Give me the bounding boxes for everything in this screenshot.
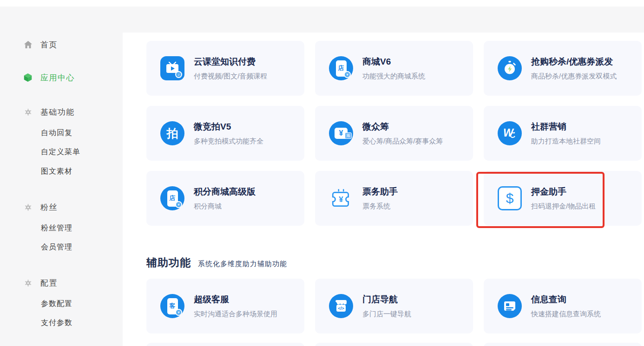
- app-card-title: 积分商城高级版: [194, 186, 256, 198]
- cube-icon: [23, 73, 33, 82]
- shop-phone-icon: 店 ¥: [329, 56, 353, 80]
- app-card-title: 票务助手: [362, 186, 398, 198]
- ticket-icon: ¥: [329, 186, 353, 210]
- sidebar-item-media-material[interactable]: 图文素材: [41, 166, 72, 176]
- sidebar-item-label: 首页: [40, 39, 58, 50]
- app-card-deposit-assistant[interactable]: $ 押金助手 扫码退押金/物品出租: [484, 171, 642, 226]
- section-header: 辅助功能 系统化多维度助力辅助功能: [146, 255, 644, 269]
- coin-badge: ¥: [344, 71, 351, 78]
- sidebar-item-label: 自定义菜单: [41, 147, 80, 157]
- card-row-3: 店 ¥ 积分商城高级版 积分商城 ¥ 票务助手: [146, 171, 644, 226]
- sidebar-item-label: 图文素材: [41, 167, 72, 176]
- sidebar-item-param-config[interactable]: 参数配置: [41, 299, 72, 309]
- app-card-title: 押金助手: [531, 186, 596, 198]
- app-card-subtitle: 助力打造本地社群空间: [531, 137, 601, 146]
- sidebar-item-label: 配置: [40, 278, 58, 288]
- app-card-subtitle: 商品秒杀/优惠券派发双模式: [531, 72, 617, 81]
- app-card-title: 门店导航: [362, 294, 411, 306]
- card-row-2: 拍 微竞拍V5 多种竞拍模式功能齐全 ¥ 筹 微众筹 爱心筹/商品众筹/赛事众筹: [146, 106, 644, 161]
- sidebar-item-label: 粉丝管理: [41, 223, 72, 233]
- deposit-icon: $: [498, 186, 522, 210]
- sidebar-item-label: 会员管理: [41, 242, 72, 252]
- app-card-super-service[interactable]: 客 ¥ 超级客服 实时沟通适合多种场景使用: [146, 279, 304, 333]
- app-center-screen: 首页 应用中心: [0, 0, 644, 346]
- section-subtitle: 系统化多维度助力辅助功能: [198, 260, 287, 268]
- app-card-subtitle: 多门店一键导航: [362, 310, 411, 319]
- app-card-title: 微众筹: [362, 121, 443, 133]
- app-card-partial[interactable]: [146, 343, 304, 346]
- sidebar-item-basic-functions[interactable]: 基础功能: [23, 106, 75, 118]
- app-card-subtitle: 快速搭建信息查询系统: [531, 310, 601, 319]
- coin-badge: ¥: [175, 201, 182, 208]
- app-card-title: 商城V6: [362, 56, 425, 68]
- shop-phone-icon: 店 ¥: [160, 186, 184, 210]
- sidebar-item-auto-reply[interactable]: 自动回复: [41, 128, 72, 138]
- gear-icon: [23, 279, 33, 287]
- svg-text:</>: </>: [338, 306, 344, 311]
- stopwatch-icon: [498, 56, 522, 80]
- app-card-info-query[interactable]: 信息查询 快速搭建信息查询系统: [484, 279, 642, 333]
- card-row-4: 客 ¥ 超级客服 实时沟通适合多种场景使用 </> 门店导航: [146, 279, 644, 333]
- app-card-subtitle: 付费视频/图文/音频课程: [194, 72, 267, 81]
- gear-icon: [23, 203, 33, 211]
- coin-badge: ¥: [175, 309, 182, 316]
- sidebar-item-fans[interactable]: 粉丝: [23, 202, 58, 213]
- chou-badge: 筹: [345, 132, 352, 139]
- section-title: 辅助功能: [146, 255, 191, 270]
- app-card-subtitle: 积分商城: [194, 202, 256, 211]
- main-panel: ♪ 云课堂知识付费 付费视频/图文/音频课程 店 ¥ 商城V6 功能强大的商城系…: [123, 33, 644, 346]
- app-card-title: 超级客服: [194, 294, 277, 306]
- app-card-mall-v6[interactable]: 店 ¥ 商城V6 功能强大的商城系统: [315, 41, 473, 96]
- service-phone-icon: 客 ¥: [160, 294, 184, 318]
- sidebar-item-payment-params[interactable]: 支付参数: [41, 318, 72, 328]
- app-card-partial[interactable]: [315, 343, 473, 346]
- app-card-flash-sale[interactable]: 抢购秒杀/优惠券派发 商品秒杀/优惠券派发双模式: [484, 41, 642, 96]
- app-card-title: 微竞拍V5: [194, 121, 263, 133]
- app-card-store-navigation[interactable]: </> 门店导航 多门店一键导航: [315, 279, 473, 333]
- store-nav-icon: </>: [329, 294, 353, 318]
- sidebar-item-custom-menu[interactable]: 自定义菜单: [41, 147, 80, 157]
- app-card-title: 抢购秒杀/优惠券派发: [531, 56, 617, 68]
- app-card-subtitle: 爱心筹/商品众筹/赛事众筹: [362, 137, 443, 146]
- sidebar-item-member-management[interactable]: 会员管理: [41, 242, 72, 252]
- app-card-title: 社群营销: [531, 121, 601, 133]
- svg-text:¥: ¥: [339, 195, 343, 204]
- sidebar-item-fans-management[interactable]: 粉丝管理: [41, 223, 72, 233]
- card-row-partial: [146, 343, 644, 346]
- app-card-title: 云课堂知识付费: [194, 56, 267, 68]
- gear-icon: [23, 108, 33, 116]
- app-card-subtitle: 功能强大的商城系统: [362, 72, 425, 81]
- sidebar-item-app-center[interactable]: 应用中心: [23, 72, 75, 83]
- app-card-title: 信息查询: [531, 294, 601, 306]
- sidebar-item-label: 应用中心: [40, 72, 75, 83]
- crowdfund-icon: ¥ 筹: [329, 121, 353, 145]
- music-note-badge: ♪: [175, 71, 182, 78]
- home-icon: [23, 40, 33, 49]
- sidebar-item-label: 支付参数: [41, 318, 72, 328]
- app-card-micro-auction[interactable]: 拍 微竞拍V5 多种竞拍模式功能齐全: [146, 106, 304, 161]
- app-card-subtitle: 实时沟通适合多种场景使用: [194, 310, 277, 319]
- app-card-points-mall[interactable]: 店 ¥ 积分商城高级版 积分商城: [146, 171, 304, 226]
- sidebar-item-label: 粉丝: [40, 202, 58, 213]
- app-card-community-marketing[interactable]: W 社群营销 助力打造本地社群空间: [484, 106, 642, 161]
- sidebar-item-label: 自动回复: [41, 128, 72, 138]
- sidebar-item-home[interactable]: 首页: [23, 39, 58, 50]
- community-icon: W: [498, 121, 522, 145]
- sidebar-item-label: 基础功能: [40, 107, 75, 118]
- app-card-partial[interactable]: [484, 343, 642, 346]
- tv-play-icon: ♪: [160, 56, 184, 80]
- sidebar-item-config[interactable]: 配置: [23, 277, 58, 288]
- card-row-1: ♪ 云课堂知识付费 付费视频/图文/音频课程 店 ¥ 商城V6 功能强大的商城系…: [146, 41, 644, 96]
- app-card-cloud-classroom[interactable]: ♪ 云课堂知识付费 付费视频/图文/音频课程: [146, 41, 304, 96]
- app-card-subtitle: 票务系统: [362, 202, 398, 211]
- info-doc-icon: [498, 294, 522, 318]
- app-card-subtitle: 扫码退押金/物品出租: [531, 202, 596, 211]
- sidebar-item-label: 参数配置: [41, 299, 72, 309]
- app-card-crowdfunding[interactable]: ¥ 筹 微众筹 爱心筹/商品众筹/赛事众筹: [315, 106, 473, 161]
- app-card-subtitle: 多种竞拍模式功能齐全: [194, 137, 263, 146]
- sidebar: 首页 应用中心: [0, 0, 123, 346]
- app-card-ticketing[interactable]: ¥ 票务助手 票务系统: [315, 171, 473, 226]
- auction-icon: 拍: [160, 121, 184, 145]
